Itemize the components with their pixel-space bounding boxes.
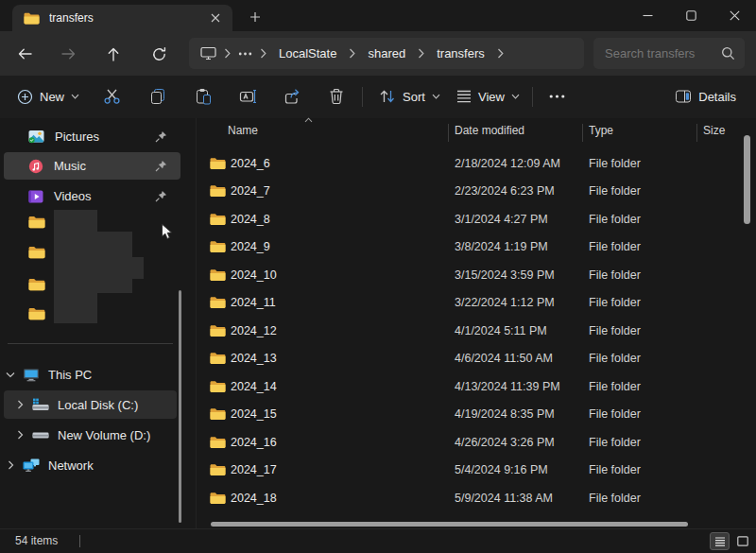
chevron-right-icon[interactable] — [13, 400, 26, 409]
breadcrumb-localstate[interactable]: LocalState — [272, 43, 343, 63]
column-header-size[interactable]: Size — [703, 124, 725, 137]
tab-transfers[interactable]: transfers — [12, 5, 232, 31]
maximize-button[interactable] — [669, 0, 713, 31]
sidebar-item-label: Music — [54, 159, 86, 173]
column-header-date-modified[interactable]: Date modified — [455, 124, 524, 137]
file-type: File folder — [589, 436, 641, 449]
new-tab-button[interactable] — [244, 7, 266, 27]
sidebar-item-local-disk-c[interactable]: Local Disk (C:) — [4, 390, 177, 419]
sidebar-item-label: Pictures — [55, 130, 99, 144]
file-row[interactable]: 2024_18 5/9/2024 11:38 AM File folder — [197, 484, 756, 512]
address-bar[interactable]: LocalState shared transfers — [189, 38, 584, 69]
file-row[interactable]: 2024_11 3/22/2024 1:12 PM File folder — [197, 289, 756, 318]
horizontal-scrollbar[interactable] — [211, 522, 688, 527]
forward-button[interactable] — [53, 39, 83, 69]
file-row[interactable]: 2024_8 3/1/2024 4:27 PM File folder — [197, 205, 756, 233]
file-name: 2024_11 — [231, 296, 276, 309]
more-options-button[interactable] — [540, 81, 574, 112]
chevron-right-icon[interactable] — [13, 430, 26, 440]
file-name: 2024_10 — [231, 268, 277, 282]
file-rows: 2024_6 2/18/2024 12:09 AM File folder 20… — [197, 149, 756, 512]
chevron-down-icon[interactable] — [4, 372, 17, 378]
share-icon — [284, 88, 301, 105]
chevron-right-icon[interactable] — [222, 48, 232, 59]
breadcrumb-shared[interactable]: shared — [361, 43, 412, 63]
file-row[interactable]: 2024_6 2/18/2024 12:09 AM File folder — [197, 149, 756, 178]
sidebar-item-network[interactable]: Network — [4, 451, 177, 479]
cut-button[interactable] — [94, 81, 129, 112]
file-row[interactable]: 2024_7 2/23/2024 6:23 PM File folder — [197, 178, 756, 206]
close-button[interactable] — [713, 0, 756, 31]
this-pc-crumb-icon[interactable] — [198, 46, 218, 60]
file-date-modified: 3/8/2024 1:19 PM — [455, 240, 548, 253]
thumbnail-icon — [737, 536, 748, 546]
command-toolbar: New Sort View — [0, 76, 756, 118]
chevron-right-icon[interactable] — [347, 48, 357, 59]
column-header-name[interactable]: Name — [228, 124, 258, 137]
column-resize-handle[interactable] — [696, 124, 697, 142]
breadcrumb-overflow-icon[interactable] — [236, 52, 254, 56]
share-button[interactable] — [275, 81, 309, 112]
minimize-button[interactable] — [626, 0, 669, 31]
column-resize-handle[interactable] — [448, 124, 449, 142]
file-row[interactable]: 2024_17 5/4/2024 9:16 PM File folder — [197, 457, 756, 485]
chevron-right-icon[interactable] — [416, 48, 426, 59]
file-date-modified: 3/22/2024 1:12 PM — [455, 296, 555, 309]
file-row[interactable]: 2024_13 4/6/2024 11:50 AM File folder — [197, 345, 756, 373]
redaction-block — [54, 210, 97, 323]
sidebar-item-label: Local Disk (C:) — [58, 398, 138, 412]
more-dots-icon — [549, 95, 565, 98]
paste-button[interactable] — [186, 81, 220, 112]
rename-button[interactable] — [231, 81, 265, 112]
column-header-type[interactable]: Type — [589, 124, 613, 137]
file-date-modified: 2/18/2024 12:09 AM — [455, 157, 560, 170]
details-view-toggle-button[interactable] — [710, 532, 730, 550]
file-explorer-window: transfers — [0, 0, 756, 553]
back-button[interactable] — [9, 39, 40, 69]
file-row[interactable]: 2024_10 3/15/2024 3:59 PM File folder — [197, 261, 756, 289]
search-box[interactable] — [593, 38, 745, 69]
file-row[interactable]: 2024_9 3/8/2024 1:19 PM File folder — [197, 233, 756, 262]
tab-close-icon[interactable] — [206, 9, 225, 27]
folder-icon[interactable] — [28, 246, 45, 259]
search-input[interactable] — [605, 46, 721, 60]
sidebar-scrollbar[interactable] — [179, 290, 181, 523]
file-date-modified: 4/6/2024 11:50 AM — [455, 352, 553, 365]
trash-icon — [329, 88, 344, 105]
chevron-right-icon[interactable] — [258, 48, 268, 59]
view-button[interactable]: View — [448, 81, 528, 112]
sort-button[interactable]: Sort — [370, 81, 449, 112]
breadcrumb-transfers[interactable]: transfers — [430, 43, 491, 63]
sidebar-item-new-volume-d[interactable]: New Volume (D:) — [4, 421, 177, 449]
sidebar-item-this-pc[interactable]: This PC — [4, 360, 177, 389]
details-pane-button[interactable]: Details — [666, 81, 745, 112]
copy-icon — [149, 88, 166, 105]
sidebar-item-videos[interactable]: Videos — [4, 182, 180, 210]
search-icon[interactable] — [721, 46, 735, 60]
column-resize-handle[interactable] — [582, 124, 583, 142]
file-row[interactable]: 2024_12 4/1/2024 5:11 PM File folder — [197, 317, 756, 345]
network-icon — [23, 458, 40, 473]
chevron-right-icon[interactable] — [495, 48, 506, 59]
sidebar-item-pictures[interactable]: Pictures — [4, 123, 180, 150]
refresh-button[interactable] — [144, 39, 174, 69]
vertical-scrollbar[interactable] — [744, 135, 750, 224]
file-date-modified: 4/1/2024 5:11 PM — [455, 324, 547, 337]
folder-icon — [210, 268, 226, 281]
file-row[interactable]: 2024_15 4/19/2024 8:35 PM File folder — [197, 401, 756, 429]
file-type: File folder — [589, 296, 641, 309]
delete-button[interactable] — [319, 81, 353, 112]
file-row[interactable]: 2024_14 4/13/2024 11:39 PM File folder — [197, 372, 756, 401]
folder-icon[interactable] — [28, 216, 45, 229]
plus-circle-icon — [17, 89, 33, 105]
folder-icon[interactable] — [28, 278, 45, 291]
chevron-right-icon[interactable] — [4, 460, 17, 470]
file-row[interactable]: 2024_16 4/26/2024 3:26 PM File folder — [197, 428, 756, 457]
new-button[interactable]: New — [8, 81, 89, 112]
copy-button[interactable] — [141, 81, 175, 112]
file-name: 2024_17 — [231, 463, 277, 476]
thumbnail-view-toggle-button[interactable] — [732, 532, 752, 550]
folder-icon[interactable] — [28, 307, 45, 320]
sidebar-item-music[interactable]: Music — [4, 152, 180, 180]
up-button[interactable] — [98, 39, 129, 69]
